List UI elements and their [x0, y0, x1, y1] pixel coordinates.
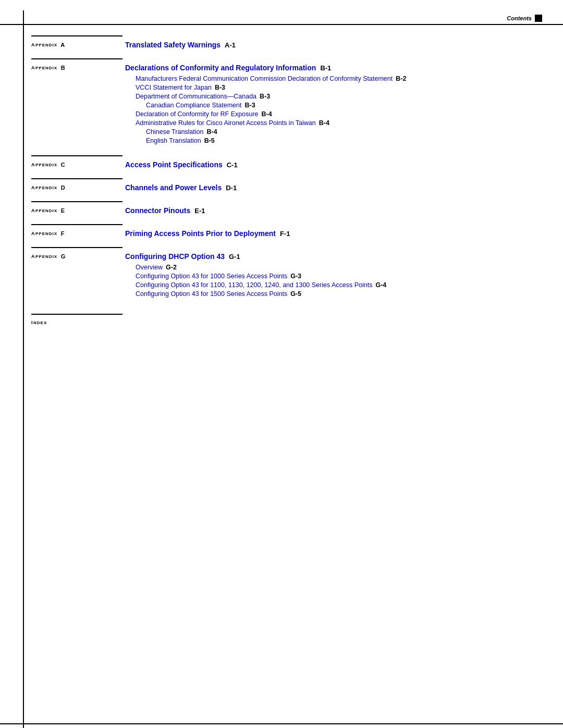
appendix-a-letter: A — [58, 42, 66, 48]
appendix-b-word: APPENDIX — [31, 65, 57, 70]
appendix-e-section: APPENDIX E Connector Pinouts E-1 — [31, 206, 532, 215]
appendix-e-word: APPENDIX — [31, 208, 57, 213]
appendix-f-word: APPENDIX — [31, 231, 57, 236]
appendix-f-title-text: Priming Access Points Prior to Deploymen… — [125, 229, 276, 238]
appendix-g-label-col: APPENDIX G — [31, 252, 125, 260]
appendix-f-content: Priming Access Points Prior to Deploymen… — [125, 229, 532, 238]
appendix-e-content: Connector Pinouts E-1 — [125, 206, 532, 215]
sub-entry-text[interactable]: Configuring Option 43 for 1000 Series Ac… — [136, 273, 287, 280]
list-item: VCCI Statement for Japan B-3 — [136, 84, 532, 91]
appendix-g-content: Configuring DHCP Option 43 G-1 Overview … — [125, 252, 532, 299]
appendix-e-letter: E — [58, 207, 65, 214]
appendix-a-label-col: APPENDIX A — [31, 41, 125, 48]
appendix-a-title-text: Translated Safety Warnings — [125, 41, 221, 49]
sub-entry-text[interactable]: Declaration of Conformity for RF Exposur… — [136, 110, 259, 118]
list-item: Chinese Translation B-4 — [146, 128, 532, 135]
sub-entry-pagenum: B-3 — [260, 93, 270, 100]
sub-entry-text[interactable]: Department of Communications—Canada — [136, 93, 256, 100]
appendix-b-content: Declarations of Conformity and Regulator… — [125, 64, 532, 146]
page-container: Contents APPENDIX A Translated Safety Wa… — [0, 10, 563, 728]
sub-entry-text[interactable]: Configuring Option 43 for 1100, 1130, 12… — [136, 281, 372, 289]
appendix-g-title-text: Configuring DHCP Option 43 — [125, 252, 225, 261]
list-item: Department of Communications—Canada B-3 — [136, 93, 532, 100]
sub-entry-pagenum: G-3 — [290, 273, 301, 280]
appendix-f-divider — [31, 224, 123, 225]
sub-entry-text[interactable]: Overview — [136, 264, 163, 271]
appendix-b-title[interactable]: Declarations of Conformity and Regulator… — [125, 64, 532, 72]
sub-sub-entry-text[interactable]: Canadian Compliance Statement — [146, 102, 241, 109]
sub-sub-entries: Chinese Translation B-4 English Translat… — [136, 128, 532, 144]
list-item: Administrative Rules for Cisco Aironet A… — [136, 119, 532, 127]
appendix-d-title[interactable]: Channels and Power Levels D-1 — [125, 183, 532, 192]
appendix-c-label: APPENDIX C — [31, 162, 125, 168]
list-item: Manufacturers Federal Communication Comm… — [136, 75, 532, 82]
sub-entry-pagenum: G-4 — [375, 281, 386, 289]
list-item: Configuring Option 43 for 1500 Series Ac… — [136, 290, 532, 298]
appendix-f-title[interactable]: Priming Access Points Prior to Deploymen… — [125, 229, 532, 238]
header-square-icon — [535, 15, 542, 22]
sub-entry-text[interactable]: Configuring Option 43 for 1500 Series Ac… — [136, 290, 287, 298]
sub-entry-pagenum: B-2 — [396, 75, 406, 82]
appendix-c-content: Access Point Specifications C-1 — [125, 161, 532, 169]
header-bar: Contents — [0, 10, 563, 25]
sub-entry-text[interactable]: Manufacturers Federal Communication Comm… — [136, 75, 393, 82]
appendix-a-label: APPENDIX A — [31, 42, 125, 48]
appendix-b-page: B-1 — [320, 64, 331, 72]
footer: OL-9977-05 Cisco Aironet 1500 Series Out… — [0, 723, 563, 728]
appendix-c-label-col: APPENDIX C — [31, 161, 125, 168]
appendix-b-label: APPENDIX B — [31, 65, 125, 71]
appendix-g-section: APPENDIX G Configuring DHCP Option 43 G-… — [31, 252, 532, 299]
sub-entry-text[interactable]: VCCI Statement for Japan — [136, 84, 212, 91]
sub-entry-pagenum: G-2 — [166, 264, 177, 271]
appendix-e-divider — [31, 201, 123, 202]
index-section: INDEX — [31, 314, 532, 326]
appendix-b-sub-entries: Manufacturers Federal Communication Comm… — [125, 75, 532, 144]
appendix-d-divider — [31, 178, 123, 179]
appendix-d-title-text: Channels and Power Levels — [125, 183, 222, 192]
appendix-g-sub-entries: Overview G-2 Configuring Option 43 for 1… — [125, 264, 532, 298]
index-divider — [31, 314, 123, 315]
appendix-a-title[interactable]: Translated Safety Warnings A-1 — [125, 41, 532, 49]
list-item: Configuring Option 43 for 1000 Series Ac… — [136, 273, 532, 280]
appendix-g-page: G-1 — [229, 253, 240, 261]
list-item: English Translation B-5 — [146, 137, 532, 144]
sub-sub-entry-pagenum: B-5 — [204, 137, 215, 144]
sub-sub-entry-text[interactable]: English Translation — [146, 137, 201, 144]
sub-entry-text[interactable]: Administrative Rules for Cisco Aironet A… — [136, 119, 316, 127]
appendix-c-letter: C — [58, 162, 66, 168]
appendix-f-page: F-1 — [280, 230, 290, 238]
content-area: APPENDIX A Translated Safety Warnings A-… — [0, 25, 563, 357]
appendix-f-letter: F — [58, 230, 65, 237]
appendix-f-label-col: APPENDIX F — [31, 229, 125, 237]
appendix-a-divider — [31, 35, 123, 36]
sub-sub-entry-pagenum: B-3 — [244, 102, 255, 109]
appendix-d-page: D-1 — [226, 184, 237, 192]
appendix-d-label: APPENDIX D — [31, 184, 125, 191]
appendix-c-word: APPENDIX — [31, 162, 57, 167]
appendix-a-word: APPENDIX — [31, 42, 57, 47]
appendix-b-letter: B — [58, 65, 66, 71]
appendix-e-page: E-1 — [194, 207, 205, 215]
header-right: Contents — [507, 15, 542, 22]
sub-sub-entry-pagenum: B-4 — [206, 128, 217, 135]
appendix-e-title[interactable]: Connector Pinouts E-1 — [125, 206, 532, 215]
appendix-g-title[interactable]: Configuring DHCP Option 43 G-1 — [125, 252, 532, 261]
appendix-d-letter: D — [58, 184, 66, 191]
appendix-c-section: APPENDIX C Access Point Specifications C… — [31, 161, 532, 169]
sub-entry-pagenum: B-4 — [262, 110, 272, 118]
list-item: Canadian Compliance Statement B-3 — [146, 102, 532, 109]
appendix-a-content: Translated Safety Warnings A-1 — [125, 41, 532, 49]
appendix-b-divider — [31, 58, 123, 59]
appendix-a-section: APPENDIX A Translated Safety Warnings A-… — [31, 41, 532, 49]
appendix-d-label-col: APPENDIX D — [31, 183, 125, 191]
list-item: Declaration of Conformity for RF Exposur… — [136, 110, 532, 118]
appendix-d-word: APPENDIX — [31, 185, 57, 190]
list-item: Configuring Option 43 for 1100, 1130, 12… — [136, 281, 532, 289]
sub-sub-entry-text[interactable]: Chinese Translation — [146, 128, 203, 135]
appendix-c-title[interactable]: Access Point Specifications C-1 — [125, 161, 532, 169]
appendix-g-letter: G — [58, 253, 66, 260]
appendix-e-label-col: APPENDIX E — [31, 206, 125, 214]
appendix-f-label: APPENDIX F — [31, 230, 125, 237]
contents-label: Contents — [507, 15, 532, 21]
index-label: INDEX — [31, 320, 47, 325]
